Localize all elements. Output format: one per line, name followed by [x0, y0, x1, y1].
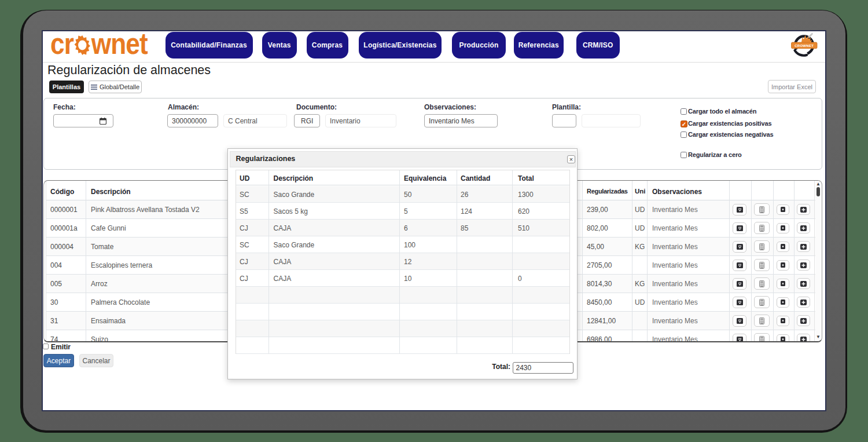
svg-text:CROWNET: CROWNET: [795, 44, 814, 48]
